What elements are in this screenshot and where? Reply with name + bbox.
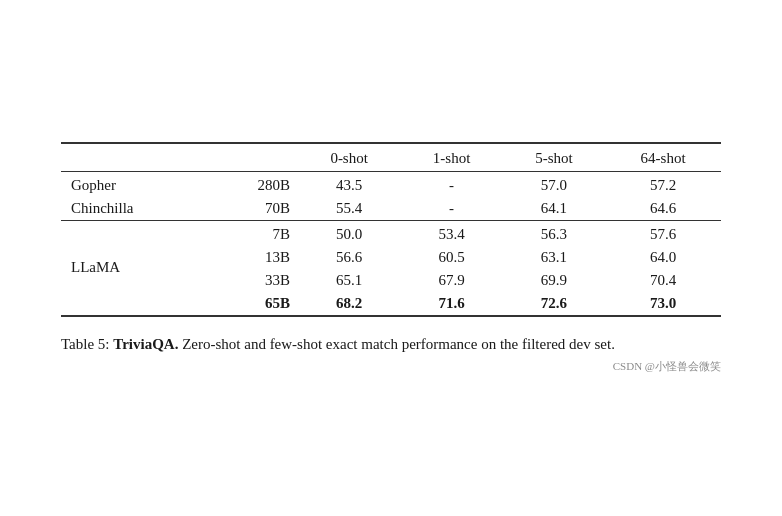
watermark-text: CSDN @小怪兽会微笑 — [61, 359, 721, 374]
cell-1shot: - — [400, 197, 502, 221]
cell-64shot: 57.2 — [605, 171, 721, 197]
col-1shot: 1-shot — [400, 143, 502, 172]
cell-5shot: 56.3 — [503, 220, 605, 246]
col-model — [61, 143, 208, 172]
cell-0shot: 68.2 — [298, 292, 400, 316]
col-5shot: 5-shot — [503, 143, 605, 172]
table-caption: Table 5: TriviaQA. Zero-shot and few-sho… — [61, 333, 721, 356]
main-container: 0-shot 1-shot 5-shot 64-shot Gopher 280B… — [31, 122, 751, 395]
cell-size: 65B — [208, 292, 298, 316]
cell-llama-label: LLaMA — [61, 220, 208, 316]
caption-bold: TriviaQA. — [113, 336, 178, 352]
cell-1shot: 67.9 — [400, 269, 502, 292]
cell-1shot: 71.6 — [400, 292, 502, 316]
cell-size: 70B — [208, 197, 298, 221]
table-row: LLaMA 7B 50.0 53.4 56.3 57.6 — [61, 220, 721, 246]
table-header: 0-shot 1-shot 5-shot 64-shot — [61, 143, 721, 172]
cell-5shot: 63.1 — [503, 246, 605, 269]
cell-0shot: 50.0 — [298, 220, 400, 246]
cell-0shot: 55.4 — [298, 197, 400, 221]
cell-0shot: 43.5 — [298, 171, 400, 197]
col-size — [208, 143, 298, 172]
cell-64shot: 73.0 — [605, 292, 721, 316]
cell-size: 7B — [208, 220, 298, 246]
cell-64shot: 57.6 — [605, 220, 721, 246]
cell-1shot: 60.5 — [400, 246, 502, 269]
table-row: Chinchilla 70B 55.4 - 64.1 64.6 — [61, 197, 721, 221]
col-64shot: 64-shot — [605, 143, 721, 172]
cell-model: Gopher — [61, 171, 208, 197]
cell-5shot: 64.1 — [503, 197, 605, 221]
caption-table-num: Table 5: — [61, 336, 110, 352]
cell-0shot: 56.6 — [298, 246, 400, 269]
caption-text: Zero-shot and few-shot exact match perfo… — [182, 336, 615, 352]
cell-5shot: 72.6 — [503, 292, 605, 316]
cell-0shot: 65.1 — [298, 269, 400, 292]
cell-64shot: 64.0 — [605, 246, 721, 269]
cell-64shot: 64.6 — [605, 197, 721, 221]
cell-5shot: 57.0 — [503, 171, 605, 197]
cell-model: Chinchilla — [61, 197, 208, 221]
col-0shot: 0-shot — [298, 143, 400, 172]
cell-64shot: 70.4 — [605, 269, 721, 292]
table-row: Gopher 280B 43.5 - 57.0 57.2 — [61, 171, 721, 197]
cell-1shot: 53.4 — [400, 220, 502, 246]
cell-1shot: - — [400, 171, 502, 197]
cell-size: 280B — [208, 171, 298, 197]
cell-size: 33B — [208, 269, 298, 292]
cell-size: 13B — [208, 246, 298, 269]
results-table: 0-shot 1-shot 5-shot 64-shot Gopher 280B… — [61, 142, 721, 317]
cell-5shot: 69.9 — [503, 269, 605, 292]
